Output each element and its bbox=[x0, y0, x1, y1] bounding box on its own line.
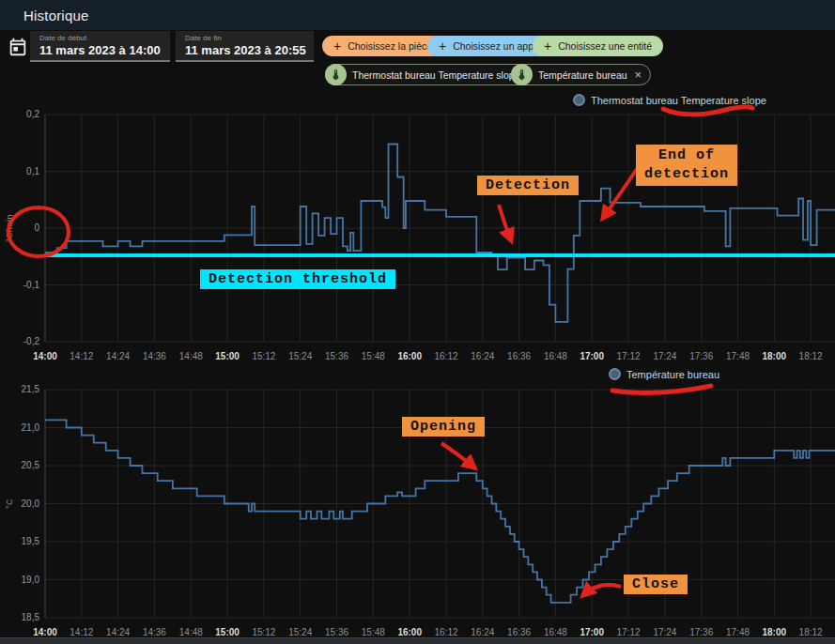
choose-entity-chip[interactable]: + Choisissez une entité bbox=[533, 36, 663, 56]
svg-text:18:00: 18:00 bbox=[763, 351, 787, 361]
svg-text:18:12: 18:12 bbox=[799, 627, 823, 637]
start-date-value: 11 mars 2023 à 14:00 bbox=[39, 43, 170, 57]
end-detection-annotation-label: End of detection bbox=[636, 145, 737, 186]
slope-chart[interactable]: 14:0014:1214:2414:3614:4815:0015:1215:24… bbox=[0, 94, 835, 368]
end-date-value: 11 mars 2023 à 20:55 bbox=[185, 43, 314, 57]
svg-text:17:24: 17:24 bbox=[653, 351, 676, 361]
opening-annotation-label: Opening bbox=[402, 417, 485, 437]
start-date-label: Date de début bbox=[39, 34, 170, 42]
svg-text:15:00: 15:00 bbox=[215, 627, 240, 637]
entity-chip-slope-label: Thermostat bureau Temperature slope bbox=[352, 69, 519, 81]
svg-text:16:36: 16:36 bbox=[507, 627, 531, 637]
svg-text:14:36: 14:36 bbox=[143, 351, 166, 361]
svg-text:17:12: 17:12 bbox=[616, 627, 640, 637]
svg-text:0,2: 0,2 bbox=[26, 109, 39, 119]
close-annotation-label: Close bbox=[624, 575, 688, 594]
svg-text:°C/min: °C/min bbox=[5, 214, 14, 242]
svg-text:15:12: 15:12 bbox=[252, 351, 275, 361]
app-header: Historique bbox=[0, 0, 835, 30]
thermometer-icon bbox=[325, 64, 347, 85]
svg-text:16:48: 16:48 bbox=[544, 351, 567, 361]
svg-text:0,1: 0,1 bbox=[26, 166, 39, 176]
svg-text:15:24: 15:24 bbox=[288, 351, 312, 361]
start-date-field[interactable]: Date de début 11 mars 2023 à 14:00 bbox=[30, 31, 170, 62]
svg-text:15:48: 15:48 bbox=[362, 351, 385, 361]
svg-text:14:12: 14:12 bbox=[70, 351, 93, 361]
svg-text:14:12: 14:12 bbox=[70, 627, 93, 637]
svg-text:17:00: 17:00 bbox=[580, 627, 604, 637]
svg-text:-0,2: -0,2 bbox=[23, 336, 40, 346]
svg-text:0: 0 bbox=[34, 222, 39, 233]
svg-text:-0,1: -0,1 bbox=[23, 280, 40, 290]
legend-temperature-label: Température bureau bbox=[626, 369, 719, 380]
svg-text:17:00: 17:00 bbox=[580, 351, 604, 361]
detection-annotation-label: Detection bbox=[477, 176, 579, 195]
svg-text:14:00: 14:00 bbox=[33, 627, 57, 637]
legend-marker-icon bbox=[609, 368, 621, 380]
svg-text:15:12: 15:12 bbox=[252, 627, 275, 637]
thermometer-icon bbox=[511, 64, 533, 85]
svg-text:20,0: 20,0 bbox=[22, 498, 40, 509]
svg-text:°C: °C bbox=[5, 498, 14, 509]
calendar-icon-glyph bbox=[8, 37, 28, 57]
svg-text:14:00: 14:00 bbox=[33, 351, 57, 361]
svg-text:16:12: 16:12 bbox=[434, 351, 457, 361]
svg-text:21,5: 21,5 bbox=[22, 384, 40, 394]
svg-text:16:48: 16:48 bbox=[544, 627, 567, 637]
close-icon[interactable]: × bbox=[635, 69, 642, 81]
legend-slope-label: Thermostat bureau Temperature slope bbox=[591, 95, 766, 106]
svg-text:14:24: 14:24 bbox=[106, 627, 130, 637]
calendar-icon[interactable] bbox=[8, 37, 28, 57]
svg-text:19,0: 19,0 bbox=[22, 575, 40, 585]
svg-text:14:48: 14:48 bbox=[179, 627, 203, 637]
threshold-annotation-label: Detection threshold bbox=[200, 269, 395, 289]
svg-text:16:12: 16:12 bbox=[434, 627, 457, 637]
end-date-label: Date de fin bbox=[185, 34, 314, 42]
svg-text:16:00: 16:00 bbox=[397, 351, 422, 361]
svg-text:20,5: 20,5 bbox=[22, 460, 40, 470]
svg-text:16:00: 16:00 bbox=[397, 627, 422, 637]
svg-text:16:24: 16:24 bbox=[471, 627, 494, 637]
svg-text:15:48: 15:48 bbox=[362, 627, 385, 637]
svg-text:19,5: 19,5 bbox=[22, 536, 40, 546]
temperature-chart[interactable]: 14:0014:1214:2414:3614:4815:0015:1215:24… bbox=[0, 368, 835, 644]
svg-text:15:36: 15:36 bbox=[325, 627, 348, 637]
svg-text:15:00: 15:00 bbox=[215, 351, 240, 361]
entity-chip-temperature[interactable]: Température bureau × bbox=[511, 64, 651, 85]
page-title: Historique bbox=[23, 8, 89, 23]
choose-room-chip[interactable]: + Choisissez la pièce bbox=[322, 36, 443, 56]
app-root: Historique Date de début 11 mars 2023 à … bbox=[0, 0, 835, 644]
legend-marker-icon bbox=[573, 94, 585, 106]
svg-text:14:48: 14:48 bbox=[179, 351, 203, 361]
svg-text:17:48: 17:48 bbox=[726, 351, 750, 361]
svg-text:18:00: 18:00 bbox=[763, 627, 787, 637]
svg-text:15:24: 15:24 bbox=[288, 627, 312, 637]
svg-text:17:48: 17:48 bbox=[726, 627, 750, 637]
plus-icon: + bbox=[333, 39, 341, 53]
plus-icon: + bbox=[439, 39, 446, 53]
svg-text:21,0: 21,0 bbox=[22, 422, 40, 433]
choose-room-label: Choisissez la pièce bbox=[348, 40, 432, 52]
svg-text:14:24: 14:24 bbox=[106, 351, 130, 361]
svg-text:17:36: 17:36 bbox=[689, 351, 713, 361]
entity-chip-temperature-label: Température bureau bbox=[538, 69, 627, 81]
svg-text:16:24: 16:24 bbox=[471, 351, 494, 361]
plus-icon: + bbox=[544, 39, 551, 53]
svg-text:14:36: 14:36 bbox=[143, 627, 166, 637]
legend-slope[interactable]: Thermostat bureau Temperature slope bbox=[573, 94, 766, 106]
svg-text:15:36: 15:36 bbox=[325, 351, 348, 361]
end-date-field[interactable]: Date de fin 11 mars 2023 à 20:55 bbox=[176, 31, 314, 62]
svg-text:17:24: 17:24 bbox=[653, 627, 676, 637]
svg-text:16:36: 16:36 bbox=[507, 351, 531, 361]
choose-entity-label: Choisissez une entité bbox=[558, 40, 652, 52]
svg-text:18:12: 18:12 bbox=[799, 351, 823, 361]
legend-temperature[interactable]: Température bureau bbox=[609, 368, 719, 380]
svg-text:17:36: 17:36 bbox=[689, 627, 713, 637]
svg-text:17:12: 17:12 bbox=[616, 351, 640, 361]
svg-text:18,5: 18,5 bbox=[22, 612, 40, 622]
